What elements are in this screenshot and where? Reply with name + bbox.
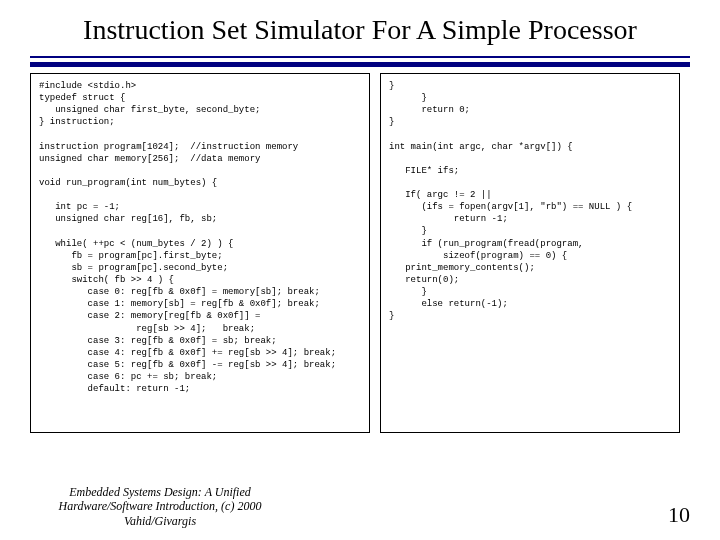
code-left: #include <stdio.h> typedef struct { unsi…: [30, 73, 370, 433]
code-right: } } return 0; } int main(int argc, char …: [380, 73, 680, 433]
footer: Embedded Systems Design: A Unified Hardw…: [30, 485, 690, 528]
footer-citation: Embedded Systems Design: A Unified Hardw…: [30, 485, 290, 528]
slide-title: Instruction Set Simulator For A Simple P…: [30, 15, 690, 46]
code-area: #include <stdio.h> typedef struct { unsi…: [30, 73, 690, 433]
page-number: 10: [668, 502, 690, 528]
title-underline: [30, 56, 690, 67]
